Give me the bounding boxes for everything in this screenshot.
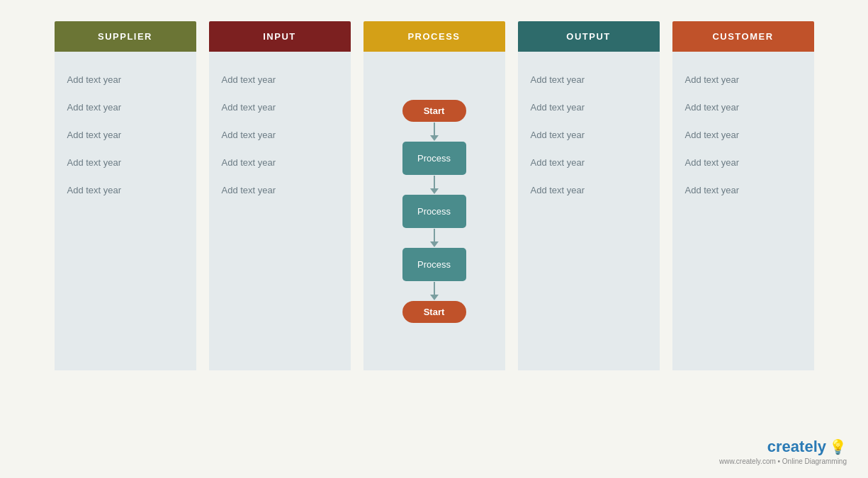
flowchart-process-2: Process — [402, 195, 466, 228]
output-header: OUTPUT — [518, 21, 660, 52]
list-item: Add text year — [531, 149, 647, 176]
list-item: Add text year — [222, 176, 338, 204]
list-item: Add text year — [685, 93, 801, 121]
input-body: Add text year Add text year Add text yea… — [209, 52, 351, 370]
list-item: Add text year — [685, 149, 801, 176]
column-process: PROCESS Start Process Process Process St… — [363, 21, 505, 370]
customer-body: Add text year Add text year Add text yea… — [672, 52, 814, 370]
branding: creately 💡 www.creately.com • Online Dia… — [719, 438, 847, 465]
flowchart-arrow — [430, 175, 439, 195]
column-input: INPUT Add text year Add text year Add te… — [209, 21, 351, 370]
column-customer: CUSTOMER Add text year Add text year Add… — [672, 21, 814, 370]
flowchart-arrow — [430, 122, 439, 142]
branding-name: creately — [767, 438, 826, 456]
branding-logo: creately 💡 — [767, 438, 847, 456]
flowchart-arrow — [430, 281, 439, 301]
list-item: Add text year — [685, 121, 801, 149]
list-item: Add text year — [67, 149, 184, 176]
bulb-icon: 💡 — [829, 438, 847, 455]
flowchart-process-1: Process — [402, 142, 466, 175]
customer-header: CUSTOMER — [672, 21, 814, 52]
list-item: Add text year — [222, 121, 338, 149]
main-container: SUPPLIER Add text year Add text year Add… — [0, 0, 868, 478]
list-item: Add text year — [222, 149, 338, 176]
flowchart-start-top: Start — [402, 100, 466, 122]
branding-sub: www.creately.com • Online Diagramming — [719, 457, 847, 465]
flowchart-process-3: Process — [402, 248, 466, 281]
list-item: Add text year — [685, 66, 801, 93]
list-item: Add text year — [67, 176, 184, 204]
list-item: Add text year — [531, 66, 647, 93]
list-item: Add text year — [531, 93, 647, 121]
output-body: Add text year Add text year Add text yea… — [518, 52, 660, 370]
list-item: Add text year — [685, 176, 801, 204]
flowchart-start-bottom: Start — [402, 301, 466, 323]
process-header: PROCESS — [363, 21, 505, 52]
column-supplier: SUPPLIER Add text year Add text year Add… — [55, 21, 196, 370]
list-item: Add text year — [531, 176, 647, 204]
list-item: Add text year — [531, 121, 647, 149]
supplier-header: SUPPLIER — [55, 21, 196, 52]
list-item: Add text year — [222, 66, 338, 93]
list-item: Add text year — [222, 93, 338, 121]
flowchart: Start Process Process Process Start — [371, 100, 498, 323]
process-body: Start Process Process Process Start — [363, 52, 505, 370]
list-item: Add text year — [67, 66, 184, 93]
supplier-body: Add text year Add text year Add text yea… — [55, 52, 196, 370]
list-item: Add text year — [67, 93, 184, 121]
flowchart-arrow — [430, 228, 439, 248]
list-item: Add text year — [67, 121, 184, 149]
column-output: OUTPUT Add text year Add text year Add t… — [518, 21, 660, 370]
input-header: INPUT — [209, 21, 351, 52]
